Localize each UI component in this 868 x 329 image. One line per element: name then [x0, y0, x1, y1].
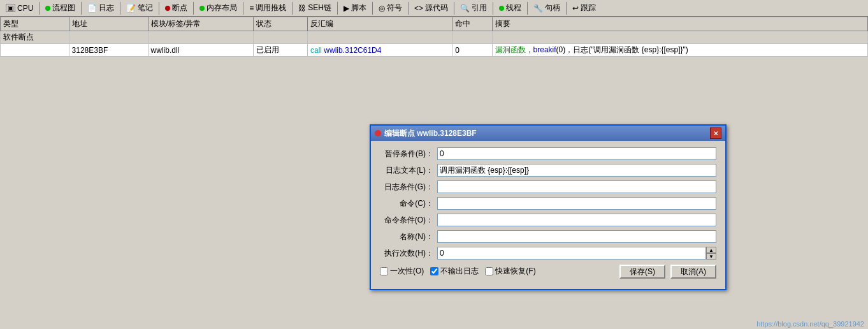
spinner-down-button[interactable]: ▼ [706, 253, 716, 260]
one-time-label: 一次性(O) [390, 266, 424, 277]
log-text-row: 日志文本(L)： [380, 164, 716, 177]
no-log-checkbox-label[interactable]: 不输出日志 [430, 266, 479, 277]
fast-resume-checkbox-label[interactable]: 快速恢复(F) [485, 266, 535, 277]
log-cond-input[interactable] [437, 180, 716, 193]
cancel-button[interactable]: 取消(A) [670, 265, 716, 279]
pause-cond-row: 暂停条件(B)： [380, 147, 716, 160]
save-button[interactable]: 保存(S) [619, 265, 665, 279]
spinner-up-button[interactable]: ▲ [706, 247, 716, 253]
exec-count-input[interactable] [437, 247, 706, 260]
no-log-checkbox[interactable] [430, 267, 438, 275]
dialog-close-button[interactable]: ✕ [710, 128, 721, 139]
command-row: 命令(C)： [380, 197, 716, 210]
name-label: 名称(N)： [380, 231, 437, 242]
checkbox-row: 一次性(O) 不输出日志 快速恢复(F) 保存(S) 取消(A) [380, 263, 716, 279]
cmd-cond-input[interactable] [437, 214, 716, 226]
exec-count-spinner: ▲ ▼ [437, 247, 716, 260]
dialog-title-dot [375, 130, 381, 136]
command-label: 命令(C)： [380, 198, 437, 209]
log-cond-row: 日志条件(G)： [380, 180, 716, 193]
dialog-title: 编辑断点 wwlib.3128E3BF [384, 128, 477, 139]
spinner-buttons: ▲ ▼ [706, 247, 716, 260]
edit-breakpoint-dialog: 编辑断点 wwlib.3128E3BF ✕ 暂停条件(B)： 日志文本(L)： … [370, 124, 727, 290]
pause-cond-label: 暂停条件(B)： [380, 149, 437, 159]
no-log-label: 不输出日志 [440, 266, 479, 277]
cmd-cond-label: 命令条件(O)： [380, 215, 437, 226]
dialog-body: 暂停条件(B)： 日志文本(L)： 日志条件(G)： 命令(C)： 命令条件(O… [371, 141, 725, 289]
exec-count-label: 执行次数(H)： [380, 248, 437, 259]
dialog-titlebar: 编辑断点 wwlib.3128E3BF ✕ [371, 126, 725, 141]
one-time-checkbox[interactable] [380, 267, 388, 275]
exec-count-row: 执行次数(H)： ▲ ▼ [380, 247, 716, 260]
cmd-cond-row: 命令条件(O)： [380, 214, 716, 226]
log-text-label: 日志文本(L)： [380, 165, 437, 176]
pause-cond-input[interactable] [437, 147, 716, 160]
dialog-overlay: 编辑断点 wwlib.3128E3BF ✕ 暂停条件(B)： 日志文本(L)： … [0, 0, 868, 329]
dialog-button-row: 保存(S) 取消(A) [619, 265, 716, 279]
name-row: 名称(N)： [380, 230, 716, 243]
dialog-title-left: 编辑断点 wwlib.3128E3BF [375, 128, 477, 139]
log-cond-label: 日志条件(G)： [380, 182, 437, 193]
log-text-input[interactable] [437, 164, 716, 177]
name-input[interactable] [437, 230, 716, 243]
fast-resume-checkbox[interactable] [485, 267, 493, 275]
one-time-checkbox-label[interactable]: 一次性(O) [380, 266, 424, 277]
command-input[interactable] [437, 197, 716, 210]
fast-resume-label: 快速恢复(F) [495, 266, 535, 277]
